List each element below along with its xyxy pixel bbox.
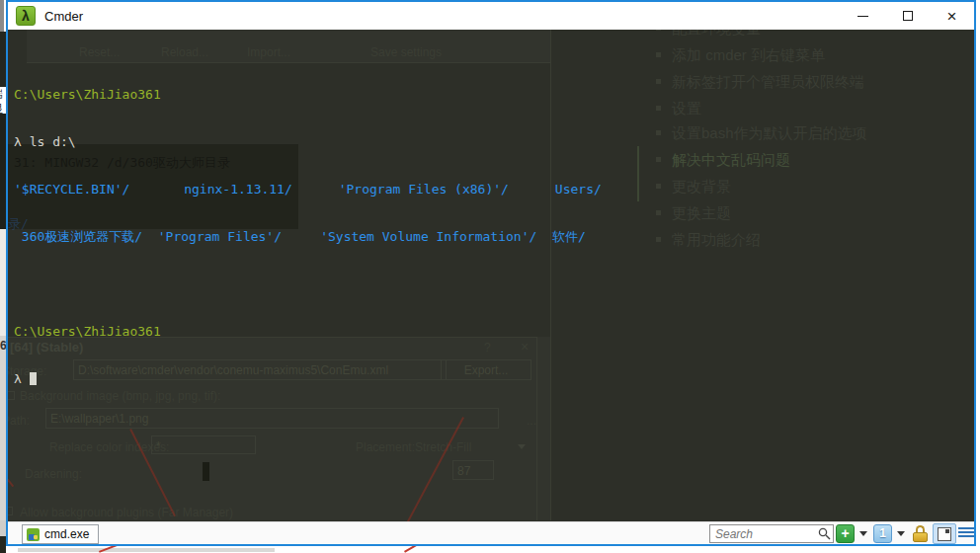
search-icon xyxy=(818,527,831,540)
minimize-button[interactable] xyxy=(841,2,885,30)
prompt-path: C:\Users\ZhiJiao361 xyxy=(14,87,602,103)
bullet-icon xyxy=(656,157,661,162)
window-title: Cmder xyxy=(44,9,83,24)
ghost-menu-item: 常用功能介绍 xyxy=(672,231,761,250)
bullet-icon xyxy=(656,106,661,111)
ghost-menu-item: 更改背景 xyxy=(672,178,731,197)
lock-icon[interactable] xyxy=(913,525,928,542)
close-icon: × xyxy=(947,8,957,25)
ghost-darkening-value: 87 xyxy=(452,460,494,480)
directory-listing-line: '$RECYCLE.BIN'/ nginx-1.13.11/ 'Program … xyxy=(14,182,602,198)
ghost-menu-item: 配置环境变量 xyxy=(672,30,761,39)
minimize-icon xyxy=(858,16,868,17)
background-bottom-bar xyxy=(18,548,275,552)
blank-line xyxy=(14,276,602,292)
search-input[interactable] xyxy=(709,524,834,543)
bullet-icon xyxy=(656,130,661,135)
ghost-dropdown-caret-icon xyxy=(518,444,526,449)
ghost-checkbox-checked xyxy=(8,507,13,515)
command-line: λ ls d:\ xyxy=(14,134,602,150)
close-button[interactable]: × xyxy=(930,2,974,30)
terminal-console[interactable]: Reset... Reload... Import... Save settin… xyxy=(8,30,974,521)
menu-hamburger-icon[interactable] xyxy=(958,527,974,539)
prompt-input-line[interactable]: λ xyxy=(14,371,602,387)
tab-cmd-exe[interactable]: cmd.exe xyxy=(22,524,99,544)
cmder-window: λ Cmder × Reset... Reload... Import... S… xyxy=(6,0,976,546)
bullet-icon xyxy=(656,210,661,215)
ghost-darkening-label: Darkening: xyxy=(25,467,82,481)
prompt-path: C:\Users\ZhiJiao361 xyxy=(14,324,602,340)
icon-detail xyxy=(34,535,38,539)
ghost-blockquote-border xyxy=(637,146,639,201)
bullet-icon xyxy=(656,30,661,31)
terminal-output: C:\Users\ZhiJiao361 λ ls d:\ '$RECYCLE.B… xyxy=(14,55,602,419)
directory-listing-line: 360极速浏览器下载/ 'Program Files'/ 'System Vol… xyxy=(14,229,602,245)
maximize-icon xyxy=(903,11,913,21)
bullet-icon xyxy=(656,184,661,189)
text-cursor xyxy=(30,372,37,385)
screen: 端显 6 λ Cmder × Reset... Reload... Import… xyxy=(0,0,980,553)
bullet-icon xyxy=(656,79,661,84)
window-controls: × xyxy=(841,2,974,30)
ghost-menu-item: 更换主题 xyxy=(672,204,731,223)
lock-body xyxy=(913,532,928,542)
titlebar[interactable]: λ Cmder × xyxy=(8,2,974,30)
console-list-dropdown-icon[interactable] xyxy=(897,531,905,536)
new-console-dropdown-icon[interactable] xyxy=(859,531,867,536)
background-window-edge xyxy=(0,0,4,32)
view-panel-button[interactable] xyxy=(933,523,956,544)
ghost-menu-item: 设置bash作为默认开启的选项 xyxy=(672,124,867,143)
ghost-menu-item: 新标签打开个管理员权限终端 xyxy=(672,73,864,92)
console-tab-icon xyxy=(27,528,40,541)
tab-label: cmd.exe xyxy=(44,527,89,541)
ghost-replace-field: * xyxy=(151,435,256,454)
ghost-menu-item: 添加 cmder 到右键菜单 xyxy=(672,46,825,65)
ghost-slider-thumb xyxy=(203,462,209,481)
icon-detail xyxy=(945,529,949,533)
prompt-symbol: λ xyxy=(14,371,30,386)
ghost-allow-plugins-label: Allow background plugins (Far Manager) xyxy=(20,506,233,519)
panel-icon xyxy=(938,527,951,541)
bullet-icon xyxy=(656,52,661,57)
ghost-menu-item: 设置 xyxy=(672,100,701,118)
lock-shackle xyxy=(916,525,925,532)
bullet-icon xyxy=(656,237,661,242)
ghost-menu-item-highlight: 解决中文乱码问题 xyxy=(672,151,790,170)
maximize-button[interactable] xyxy=(885,2,930,30)
cmder-lambda-icon: λ xyxy=(16,6,36,26)
active-console-button[interactable]: 1 xyxy=(873,524,892,543)
new-console-button[interactable]: + xyxy=(836,524,855,543)
ghost-placement-label: Placement: xyxy=(356,440,415,454)
statusbar: cmd.exe + 1 xyxy=(8,521,974,544)
